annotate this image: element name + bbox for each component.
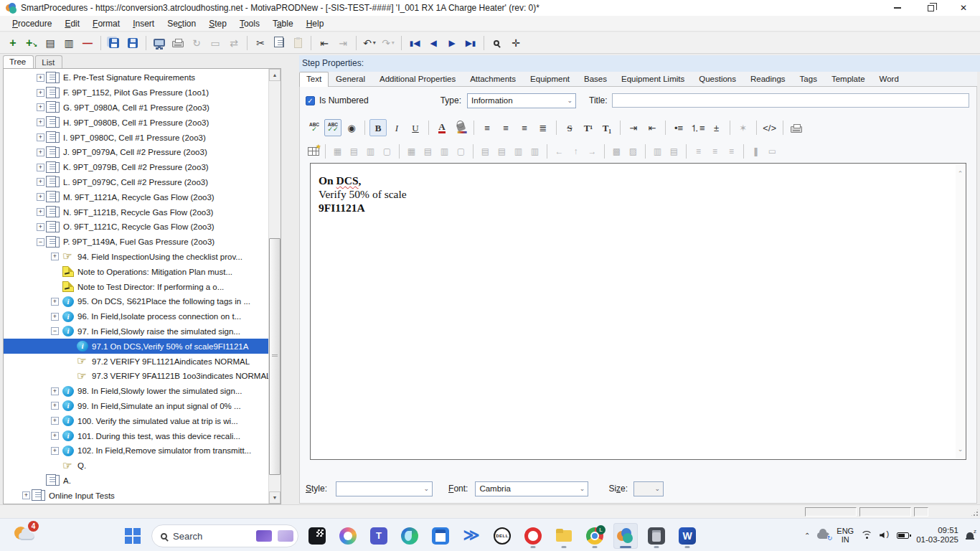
expander-icon[interactable]: +	[51, 402, 59, 410]
size-dropdown[interactable]: ⌄	[633, 481, 664, 496]
bullet-list-button[interactable]: •≡	[670, 119, 687, 136]
expander-icon[interactable]: +	[51, 387, 59, 395]
expander-icon[interactable]: +	[37, 89, 44, 97]
step-outline-view-button[interactable]: ▤	[42, 34, 59, 52]
numbered-list-button[interactable]: ⒈≡	[689, 119, 707, 136]
undo-button[interactable]: ↶▾	[361, 34, 378, 52]
align-left-button[interactable]: ≡	[479, 119, 496, 136]
tree-item[interactable]: + i 101. During this test, was this devi…	[4, 428, 268, 443]
menu-item-edit[interactable]: Edit	[58, 17, 86, 31]
tree-item[interactable]: + i 98. In Field,Slowly lower the simula…	[4, 384, 268, 399]
tree-item[interactable]: + F. 9PT_1152, Pilot Gas Pressure (1oo1)	[4, 85, 268, 100]
scroll-down-button[interactable]: ▼	[269, 491, 281, 504]
wifi-icon[interactable]	[861, 531, 872, 540]
clock[interactable]: 09:5101-03-2025	[916, 526, 958, 545]
tree-item[interactable]: + E. Pre-Test Signature Requirements	[4, 70, 268, 85]
dropdown-arrow-icon[interactable]: ▾	[392, 39, 395, 46]
tree-item[interactable]: − P. 9PT_1149A, Fuel Gas Pressure (2oo3)	[4, 235, 268, 250]
minimize-button[interactable]	[881, 0, 914, 16]
is-numbered-checkbox[interactable]: ✓	[306, 96, 315, 105]
expander-icon[interactable]: +	[51, 253, 59, 260]
expander-icon[interactable]: +	[37, 74, 44, 82]
step-tab-text[interactable]: Text	[299, 72, 329, 87]
tree-item[interactable]: ☞ 97.3 VERIFY 9FA1121B 1oo3indicates NOR…	[4, 369, 268, 384]
resize-grip[interactable]	[970, 508, 979, 517]
underline-button[interactable]: U	[407, 119, 424, 136]
first-step-button[interactable]: ◀	[406, 34, 423, 52]
tab-tree[interactable]: Tree	[3, 55, 34, 69]
tree-item[interactable]: ☞ 97.2 VERIFY 9FL1121Aindicates NORMAL	[4, 354, 268, 369]
type-dropdown[interactable]: Information ⌄	[467, 93, 576, 108]
tree-item[interactable]: + K. 9PT_0979B, Cell #2 Pressure (2oo3)	[4, 160, 268, 175]
language-indicator[interactable]: ENGIN	[837, 527, 854, 544]
tree-item[interactable]: − i 97. In Field,Slowly raise the simula…	[4, 324, 268, 339]
step-tab-equipment-limits[interactable]: Equipment Limits	[614, 72, 692, 86]
taskbar-app-edge[interactable]	[397, 523, 422, 549]
taskbar-app-smartprocedures[interactable]	[613, 523, 638, 549]
expander-icon[interactable]: −	[37, 238, 44, 246]
search-highlight-thumbnail[interactable]	[278, 530, 293, 542]
scroll-down-chevron-icon[interactable]: ⌄	[956, 446, 965, 453]
tray-overflow-chevron-icon[interactable]: ⌃	[804, 532, 810, 540]
save-all-button[interactable]	[105, 34, 123, 52]
taskbar-app-dell[interactable]: DELL	[490, 523, 514, 549]
tree-item[interactable]: + J. 9PT_0979A, Cell #2 Pressure (2oo3)	[4, 145, 268, 160]
spell-check-as-you-type-button[interactable]: ABC✓✓	[324, 119, 341, 136]
tree-item[interactable]: + L. 9PT_0979C, Cell #2 Pressure (2oo3)	[4, 175, 268, 190]
tree-item[interactable]: + i 96. In Field,Isolate process connect…	[4, 309, 268, 324]
expander-icon[interactable]: +	[51, 298, 59, 306]
tree-item[interactable]: + i 102. In Field,Remove simulator from …	[4, 443, 268, 458]
expander-icon[interactable]: +	[37, 149, 44, 156]
move-step-button[interactable]: ✛	[507, 34, 524, 52]
notification-bell-icon[interactable]	[966, 532, 974, 540]
taskbar-app-word[interactable]: W	[675, 523, 699, 549]
search-highlight-thumbnail[interactable]	[256, 530, 272, 542]
decrease-indent-button[interactable]: ⇤	[644, 119, 661, 136]
italic-button[interactable]: I	[388, 119, 405, 136]
superscript-button[interactable]: T¹	[580, 119, 597, 136]
taskbar-app-chrome[interactable]: L	[583, 523, 607, 549]
close-button[interactable]: ✕	[947, 0, 980, 16]
add-step-button[interactable]: +	[4, 34, 22, 52]
font-dropdown[interactable]: Cambria ⌄	[475, 481, 588, 496]
tree-item[interactable]: + ☞ 94. Field InspectionUsing the checkl…	[4, 250, 268, 265]
tree-item[interactable]: Note to Operations: Mitigation Plan must…	[4, 264, 268, 279]
expander-icon[interactable]: +	[51, 447, 59, 455]
tree-item[interactable]: + i 100. Verify the simulated value at t…	[4, 413, 268, 428]
taskbar-app-microsoft-store[interactable]	[428, 523, 453, 549]
taskbar-app-opera[interactable]	[521, 523, 545, 549]
step-tab-questions[interactable]: Questions	[692, 72, 743, 86]
expander-icon[interactable]: +	[37, 193, 44, 201]
dropdown-arrow-icon[interactable]: ▾	[373, 39, 376, 46]
expander-icon[interactable]: +	[37, 103, 44, 111]
onedrive-icon[interactable]	[817, 532, 829, 539]
title-input[interactable]	[612, 93, 969, 108]
scroll-up-chevron-icon[interactable]: ⌃	[956, 170, 965, 177]
expander-icon[interactable]: +	[37, 164, 44, 171]
menu-item-tools[interactable]: Tools	[233, 17, 266, 31]
align-right-button[interactable]: ≡	[516, 119, 533, 136]
step-tab-word[interactable]: Word	[872, 72, 906, 86]
menu-item-format[interactable]: Format	[86, 17, 126, 31]
font-color-button[interactable]: A	[433, 119, 451, 136]
tree-item[interactable]: + M. 9FT_1121A, Recycle Gas Flow (2oo3)	[4, 189, 268, 204]
restore-button[interactable]	[914, 0, 947, 16]
scroll-up-button[interactable]: ▲	[269, 69, 281, 81]
tree-item[interactable]: A.	[4, 474, 268, 489]
tree-item[interactable]: + I. 9PT_0980C, Cell #1 Pressure (2oo3)	[4, 130, 268, 145]
plus-minus-button[interactable]: ±	[708, 119, 725, 136]
expander-icon[interactable]: +	[37, 118, 44, 126]
step-tab-tags[interactable]: Tags	[793, 72, 824, 86]
next-step-button[interactable]: ▶	[443, 34, 461, 52]
tree-item[interactable]: + G. 9PT_0980A, Cell #1 Pressure (2oo3)	[4, 100, 268, 116]
expander-icon[interactable]: +	[51, 417, 59, 425]
expander-icon[interactable]: +	[37, 133, 44, 141]
spell-check-button[interactable]: ABC✓	[306, 119, 323, 136]
menu-item-procedure[interactable]: Procedure	[6, 17, 58, 31]
expander-icon[interactable]: +	[37, 178, 44, 186]
expander-icon[interactable]: +	[51, 313, 59, 321]
taskbar-app-copilot[interactable]	[336, 523, 360, 549]
previous-step-button[interactable]: ◀	[425, 34, 442, 52]
step-tab-readings[interactable]: Readings	[743, 72, 793, 86]
step-tab-template[interactable]: Template	[824, 72, 872, 86]
